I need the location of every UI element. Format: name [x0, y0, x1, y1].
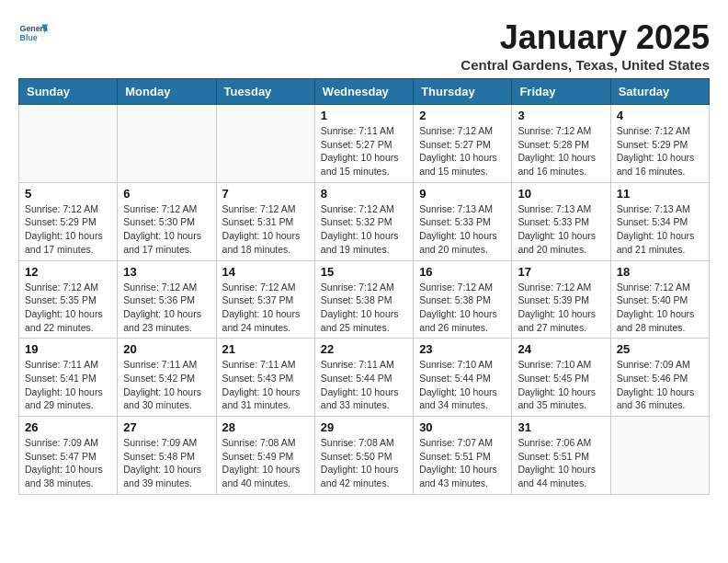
- table-row: 28Sunrise: 7:08 AM Sunset: 5:49 PM Dayli…: [216, 417, 314, 495]
- day-info: Sunrise: 7:12 AM Sunset: 5:37 PM Dayligh…: [222, 281, 309, 335]
- day-number: 12: [25, 265, 111, 279]
- table-row: 26Sunrise: 7:09 AM Sunset: 5:47 PM Dayli…: [19, 417, 118, 495]
- table-row: 8Sunrise: 7:12 AM Sunset: 5:32 PM Daylig…: [314, 182, 413, 260]
- day-number: 19: [25, 342, 111, 356]
- day-number: 13: [123, 265, 210, 279]
- day-info: Sunrise: 7:12 AM Sunset: 5:32 PM Dayligh…: [321, 202, 407, 257]
- table-row: 15Sunrise: 7:12 AM Sunset: 5:38 PM Dayli…: [314, 260, 413, 339]
- table-row: 9Sunrise: 7:13 AM Sunset: 5:33 PM Daylig…: [414, 182, 512, 260]
- day-number: 3: [518, 109, 604, 122]
- table-row: 19Sunrise: 7:11 AM Sunset: 5:41 PM Dayli…: [19, 339, 118, 417]
- table-row: 27Sunrise: 7:09 AM Sunset: 5:48 PM Dayli…: [118, 417, 216, 495]
- day-number: 27: [123, 420, 210, 434]
- day-info: Sunrise: 7:11 AM Sunset: 5:42 PM Dayligh…: [123, 358, 210, 412]
- day-number: 30: [419, 420, 506, 434]
- day-number: 15: [321, 265, 407, 279]
- day-info: Sunrise: 7:08 AM Sunset: 5:49 PM Dayligh…: [222, 436, 309, 490]
- table-row: 29Sunrise: 7:08 AM Sunset: 5:50 PM Dayli…: [314, 417, 413, 495]
- day-info: Sunrise: 7:09 AM Sunset: 5:46 PM Dayligh…: [617, 358, 703, 412]
- table-row: 2Sunrise: 7:12 AM Sunset: 5:27 PM Daylig…: [414, 105, 512, 183]
- day-info: Sunrise: 7:09 AM Sunset: 5:47 PM Dayligh…: [25, 436, 111, 490]
- table-row: 24Sunrise: 7:10 AM Sunset: 5:45 PM Dayli…: [512, 339, 610, 417]
- day-number: 10: [518, 187, 604, 201]
- logo: General Blue: [18, 18, 51, 48]
- calendar-week-1: 1Sunrise: 7:11 AM Sunset: 5:27 PM Daylig…: [19, 105, 710, 183]
- day-number: 21: [222, 342, 309, 356]
- day-number: 29: [321, 420, 407, 434]
- day-info: Sunrise: 7:13 AM Sunset: 5:34 PM Dayligh…: [617, 202, 703, 257]
- day-info: Sunrise: 7:13 AM Sunset: 5:33 PM Dayligh…: [419, 202, 506, 257]
- table-row: 1Sunrise: 7:11 AM Sunset: 5:27 PM Daylig…: [314, 105, 413, 183]
- day-number: 22: [321, 342, 407, 356]
- day-number: 26: [25, 420, 111, 434]
- day-number: 17: [518, 265, 604, 279]
- table-row: 18Sunrise: 7:12 AM Sunset: 5:40 PM Dayli…: [610, 260, 709, 339]
- day-info: Sunrise: 7:12 AM Sunset: 5:31 PM Dayligh…: [222, 202, 309, 257]
- day-info: Sunrise: 7:06 AM Sunset: 5:51 PM Dayligh…: [518, 436, 604, 490]
- table-row: 7Sunrise: 7:12 AM Sunset: 5:31 PM Daylig…: [216, 182, 314, 260]
- day-number: 8: [321, 187, 407, 201]
- day-number: 24: [518, 342, 604, 356]
- day-info: Sunrise: 7:11 AM Sunset: 5:27 PM Dayligh…: [321, 124, 407, 178]
- day-number: 2: [419, 109, 506, 122]
- day-info: Sunrise: 7:12 AM Sunset: 5:38 PM Dayligh…: [419, 281, 506, 335]
- day-info: Sunrise: 7:13 AM Sunset: 5:33 PM Dayligh…: [518, 202, 604, 257]
- day-info: Sunrise: 7:12 AM Sunset: 5:36 PM Dayligh…: [123, 281, 210, 335]
- day-number: 23: [419, 342, 506, 356]
- day-number: 28: [222, 420, 309, 434]
- table-row: 21Sunrise: 7:11 AM Sunset: 5:43 PM Dayli…: [216, 339, 314, 417]
- table-row: 31Sunrise: 7:06 AM Sunset: 5:51 PM Dayli…: [512, 417, 610, 495]
- day-info: Sunrise: 7:12 AM Sunset: 5:27 PM Dayligh…: [419, 124, 506, 178]
- svg-text:Blue: Blue: [20, 33, 38, 42]
- table-row: 3Sunrise: 7:12 AM Sunset: 5:28 PM Daylig…: [512, 105, 610, 183]
- table-row: 4Sunrise: 7:12 AM Sunset: 5:29 PM Daylig…: [610, 105, 709, 183]
- table-row: [118, 105, 216, 183]
- calendar-week-4: 19Sunrise: 7:11 AM Sunset: 5:41 PM Dayli…: [19, 339, 710, 417]
- calendar-week-2: 5Sunrise: 7:12 AM Sunset: 5:29 PM Daylig…: [19, 182, 710, 260]
- day-number: 4: [617, 109, 703, 122]
- calendar-header-row: Sunday Monday Tuesday Wednesday Thursday…: [19, 79, 710, 105]
- table-row: 11Sunrise: 7:13 AM Sunset: 5:34 PM Dayli…: [610, 182, 709, 260]
- day-number: 11: [617, 187, 703, 201]
- day-info: Sunrise: 7:12 AM Sunset: 5:29 PM Dayligh…: [617, 124, 703, 178]
- table-row: 5Sunrise: 7:12 AM Sunset: 5:29 PM Daylig…: [19, 182, 118, 260]
- day-info: Sunrise: 7:07 AM Sunset: 5:51 PM Dayligh…: [419, 436, 506, 490]
- col-wednesday: Wednesday: [314, 79, 413, 105]
- day-info: Sunrise: 7:11 AM Sunset: 5:43 PM Dayligh…: [222, 358, 309, 412]
- table-row: 10Sunrise: 7:13 AM Sunset: 5:33 PM Dayli…: [512, 182, 610, 260]
- day-info: Sunrise: 7:12 AM Sunset: 5:29 PM Dayligh…: [25, 202, 111, 257]
- day-info: Sunrise: 7:11 AM Sunset: 5:41 PM Dayligh…: [25, 358, 111, 412]
- table-row: 14Sunrise: 7:12 AM Sunset: 5:37 PM Dayli…: [216, 260, 314, 339]
- day-number: 14: [222, 265, 309, 279]
- day-number: 9: [419, 187, 506, 201]
- day-info: Sunrise: 7:12 AM Sunset: 5:38 PM Dayligh…: [321, 281, 407, 335]
- calendar-week-5: 26Sunrise: 7:09 AM Sunset: 5:47 PM Dayli…: [19, 417, 710, 495]
- col-sunday: Sunday: [19, 79, 118, 105]
- day-info: Sunrise: 7:12 AM Sunset: 5:39 PM Dayligh…: [518, 281, 604, 335]
- col-tuesday: Tuesday: [216, 79, 314, 105]
- calendar-title: January 2025: [461, 18, 710, 57]
- day-info: Sunrise: 7:09 AM Sunset: 5:48 PM Dayligh…: [123, 436, 210, 490]
- day-info: Sunrise: 7:10 AM Sunset: 5:45 PM Dayligh…: [518, 358, 604, 412]
- calendar-subtitle: Central Gardens, Texas, United States: [461, 57, 710, 73]
- table-row: [19, 105, 118, 183]
- day-number: 6: [123, 187, 210, 201]
- table-row: 22Sunrise: 7:11 AM Sunset: 5:44 PM Dayli…: [314, 339, 413, 417]
- table-row: 12Sunrise: 7:12 AM Sunset: 5:35 PM Dayli…: [19, 260, 118, 339]
- col-monday: Monday: [118, 79, 216, 105]
- day-number: 16: [419, 265, 506, 279]
- table-row: 6Sunrise: 7:12 AM Sunset: 5:30 PM Daylig…: [118, 182, 216, 260]
- day-info: Sunrise: 7:12 AM Sunset: 5:30 PM Dayligh…: [123, 202, 210, 257]
- day-number: 31: [518, 420, 604, 434]
- table-row: 17Sunrise: 7:12 AM Sunset: 5:39 PM Dayli…: [512, 260, 610, 339]
- day-info: Sunrise: 7:08 AM Sunset: 5:50 PM Dayligh…: [321, 436, 407, 490]
- day-info: Sunrise: 7:11 AM Sunset: 5:44 PM Dayligh…: [321, 358, 407, 412]
- table-row: 25Sunrise: 7:09 AM Sunset: 5:46 PM Dayli…: [610, 339, 709, 417]
- calendar-week-3: 12Sunrise: 7:12 AM Sunset: 5:35 PM Dayli…: [19, 260, 710, 339]
- day-number: 7: [222, 187, 309, 201]
- day-number: 5: [25, 187, 111, 201]
- table-row: [216, 105, 314, 183]
- table-row: 13Sunrise: 7:12 AM Sunset: 5:36 PM Dayli…: [118, 260, 216, 339]
- day-number: 18: [617, 265, 703, 279]
- day-number: 20: [123, 342, 210, 356]
